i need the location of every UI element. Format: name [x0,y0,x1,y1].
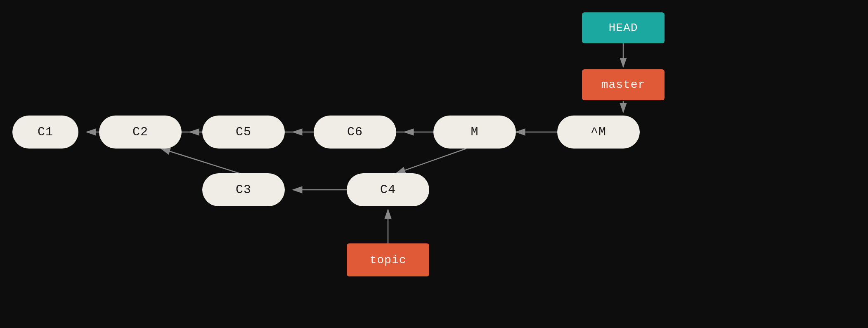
arrows-layer [0,0,868,328]
node-m: M [433,116,516,149]
arrow-m-c4 [396,149,466,173]
node-c2: C2 [99,116,182,149]
node-c1: C1 [12,116,78,149]
node-c5: C5 [202,116,285,149]
node-carm: ^M [557,116,640,149]
node-c6: C6 [314,116,396,149]
node-c4: C4 [347,173,429,206]
arrow-c3-c2 [161,149,239,173]
node-c3: C3 [202,173,285,206]
git-diagram: C1 C2 C3 C4 C5 C6 M ^M HEAD master topic [0,0,868,328]
label-topic: topic [347,243,429,276]
label-master: master [582,69,665,100]
label-head: HEAD [582,12,665,43]
